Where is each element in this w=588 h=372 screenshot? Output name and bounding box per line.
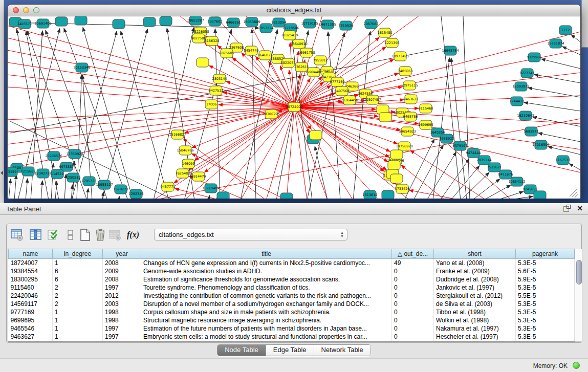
graph-node-teal[interactable]: 5692971 — [524, 127, 539, 136]
citation-edge-red[interactable] — [8, 50, 294, 107]
graph-node-teal[interactable]: 7515526 — [339, 21, 354, 30]
graph-node-yellow[interactable]: 12975115 — [401, 81, 418, 90]
rows-icon[interactable] — [64, 228, 77, 242]
table-cell[interactable]: 1 — [53, 324, 103, 333]
table-cell[interactable]: 2 — [53, 292, 103, 300]
table-cell[interactable]: 2009 — [103, 267, 141, 275]
table-cell[interactable]: Changes of HCN gene expression and I(f) … — [141, 259, 392, 268]
citation-edge-red[interactable] — [294, 107, 388, 162]
network-window-titlebar[interactable]: citations_edges.txt — [8, 5, 580, 16]
graph-node-yellow[interactable]: 7955812 — [313, 56, 328, 65]
graph-node-teal[interactable]: 12093872 — [512, 82, 529, 91]
table-row[interactable]: 1938455462009Genome-wide association stu… — [9, 267, 575, 275]
table-cell[interactable]: 1998 — [103, 308, 141, 316]
citation-edge-black[interactable] — [353, 31, 371, 199]
graph-node-yellow[interactable]: 1221396 — [385, 38, 400, 48]
citation-edge-black[interactable] — [451, 58, 467, 199]
citation-edge-red[interactable] — [294, 96, 580, 107]
graph-node-teal[interactable]: 12342737 — [34, 169, 51, 178]
graph-node-yellow[interactable]: 16961758 — [298, 48, 315, 57]
graph-node-yellow[interactable]: 8454749 — [244, 46, 259, 55]
graph-node-teal[interactable] — [280, 193, 293, 199]
graph-node-teal[interactable]: 7532621 — [487, 163, 502, 172]
table-cell[interactable]: 2012 — [103, 292, 141, 300]
graph-node-teal[interactable]: 15718485 — [202, 184, 219, 193]
citation-edge-red[interactable] — [8, 107, 294, 120]
table-vertical-scrollbar[interactable] — [575, 249, 582, 342]
table-cell[interactable]: 0 — [392, 316, 434, 324]
table-row[interactable]: 1872400712008Changes of HCN gene express… — [9, 259, 575, 268]
graph-node-teal[interactable]: 6379197 — [453, 141, 468, 150]
table-cell[interactable]: 18724007 — [9, 259, 53, 268]
column-header[interactable]: in_degree — [53, 249, 103, 259]
table-cell[interactable]: 5.3E-5 — [516, 333, 575, 341]
graph-node-yellow[interactable]: 18300295 — [263, 110, 279, 119]
table-cell[interactable]: 9465546 — [9, 324, 53, 333]
table-cell[interactable]: 0 — [392, 275, 434, 283]
graph-node-teal[interactable]: 20691406 — [34, 19, 51, 28]
table-row[interactable]: 946554611997Estimation of the future num… — [9, 324, 575, 333]
table-cell[interactable]: 19384554 — [9, 267, 53, 275]
graph-node-teal[interactable] — [382, 190, 394, 199]
graph-node-yellow[interactable]: 6914479 — [191, 172, 206, 181]
graph-node-teal[interactable] — [113, 19, 125, 29]
citation-edge-red[interactable] — [294, 107, 580, 124]
graph-node-yellow[interactable]: 15046766 — [177, 146, 193, 155]
table-cell[interactable]: 1997 — [103, 333, 141, 341]
citation-edge-red[interactable] — [8, 107, 294, 144]
tab-node-table[interactable]: Node Table — [217, 345, 266, 356]
table-row[interactable]: 911546021997Tourette syndrome. Phenomeno… — [9, 283, 575, 292]
graph-node-yellow[interactable] — [379, 113, 391, 122]
table-cell[interactable]: 18300295 — [9, 275, 53, 283]
table-cell[interactable]: 1 — [53, 316, 103, 324]
table-column-icon[interactable] — [29, 228, 42, 242]
graph-node-teal[interactable]: 20153346 — [73, 63, 90, 72]
citation-edge-black[interactable] — [548, 146, 580, 155]
table-cell[interactable]: Yano et al. (2008) — [434, 259, 516, 268]
table-cell[interactable]: 5.3E-5 — [516, 283, 575, 292]
table-cell[interactable]: Stergiakouli et al. (2012) — [434, 292, 516, 300]
graph-node-yellow[interactable] — [390, 150, 403, 159]
citation-edge-black[interactable] — [26, 179, 28, 199]
graph-node-yellow[interactable] — [197, 58, 209, 67]
table-cell[interactable]: Jankovic et al. (1997) — [434, 283, 516, 292]
column-header[interactable]: name — [9, 249, 53, 259]
citation-edge-black[interactable] — [10, 121, 174, 199]
graph-node-teal[interactable] — [217, 192, 229, 199]
citation-edge-black[interactable] — [440, 159, 469, 199]
graph-node-yellow[interactable]: 7485063 — [398, 67, 413, 76]
citation-edge-red[interactable] — [8, 107, 294, 132]
graph-node-yellow[interactable]: 9427512 — [209, 86, 224, 95]
graph-node-teal[interactable]: 10958107 — [96, 180, 113, 189]
citation-edge-black[interactable] — [463, 16, 470, 199]
function-icon[interactable]: f(x) — [127, 228, 144, 242]
graph-node-teal[interactable]: 17359928 — [66, 149, 83, 159]
citation-edge-black[interactable] — [121, 31, 169, 199]
citation-edge-red[interactable] — [266, 107, 294, 199]
graph-node-yellow[interactable]: 17006 — [205, 100, 217, 109]
table-cell[interactable]: 5.3E-5 — [516, 316, 575, 324]
memory-status-indicator[interactable] — [573, 362, 580, 369]
graph-node-teal[interactable]: 14671355 — [319, 20, 336, 29]
table-cell[interactable]: Estimation of significance thresholds fo… — [141, 275, 392, 283]
graph-node-teal[interactable]: 9329966 — [527, 53, 542, 62]
graph-node-teal[interactable]: 17016504 — [532, 140, 549, 149]
table-cell[interactable]: 49 — [392, 259, 434, 268]
graph-node-yellow[interactable]: 9699695 — [419, 120, 433, 129]
graph-node-teal[interactable]: 1527602 — [208, 17, 223, 26]
graph-node-teal[interactable] — [143, 17, 156, 27]
graph-node-yellow[interactable]: 9463627 — [404, 95, 419, 104]
citation-edge-black[interactable] — [497, 191, 524, 199]
graph-node-yellow[interactable] — [310, 130, 322, 140]
graph-node-teal[interactable] — [75, 16, 87, 25]
table-cell[interactable]: Hescheler et al. (1997) — [434, 333, 516, 341]
graph-node-teal[interactable]: 1215682 — [21, 167, 36, 176]
graph-node-teal[interactable]: 9227341 — [520, 69, 535, 78]
graph-node-teal[interactable]: 5938923 — [440, 134, 454, 143]
graph-node-yellow[interactable]: 2803144 — [212, 74, 227, 83]
splitter-collapse-icon[interactable] — [1, 171, 3, 175]
table-row[interactable]: 969969511998Structural magnetic resonanc… — [9, 316, 575, 324]
graph-node-yellow[interactable]: 18640910 — [290, 39, 307, 49]
table-row[interactable]: 2242004622012Investigating the contribut… — [9, 292, 575, 300]
column-header[interactable]: title — [141, 249, 392, 259]
